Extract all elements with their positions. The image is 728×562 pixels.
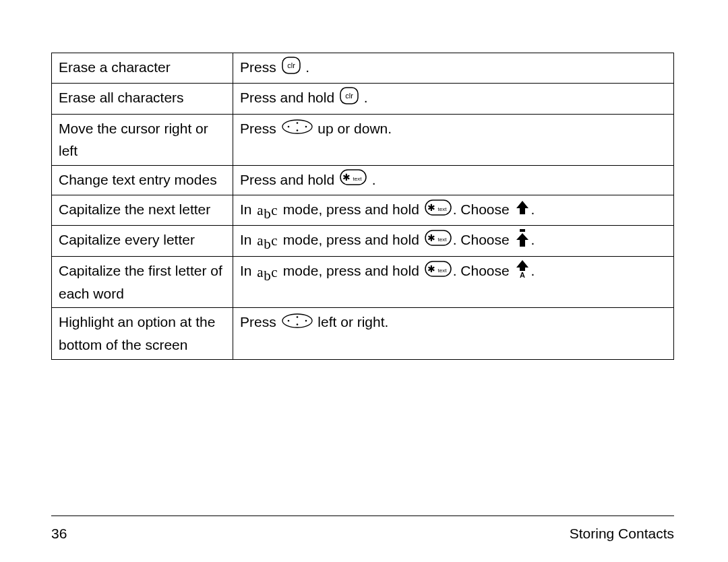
abc-icon: abc: [257, 199, 278, 222]
page-number: 36: [51, 526, 67, 542]
instruction-label: Capitalize every letter: [52, 225, 233, 257]
svg-text:text: text: [437, 268, 447, 274]
instruction-action: Press and hold clr .: [233, 84, 674, 114]
dpad-icon: [282, 118, 313, 141]
svg-point-5: [287, 126, 289, 128]
instruction-action: In abc mode, press and hold ✱text. Choos…: [233, 225, 674, 257]
svg-point-8: [296, 129, 298, 131]
svg-text:text: text: [437, 237, 447, 243]
svg-text:A: A: [520, 271, 525, 278]
svg-text:text: text: [353, 176, 362, 182]
svg-text:clr: clr: [345, 92, 353, 100]
svg-point-27: [296, 323, 298, 325]
footer-separator: [51, 516, 674, 516]
instruction-label: Capitalize the first letter of each word: [52, 257, 233, 308]
shift-up-icon: [515, 199, 530, 222]
instruction-label: Highlight an option at the bottom of the…: [52, 308, 233, 359]
instruction-action: Press clr .: [233, 53, 674, 84]
instruction-label: Erase a character: [52, 53, 233, 84]
instruction-table: Erase a characterPress clr .Erase all ch…: [51, 53, 674, 360]
instruction-action: In abc mode, press and hold ✱text. Choos…: [233, 195, 674, 225]
instruction-label: Move the cursor right or left: [52, 114, 233, 165]
table-row: Capitalize every letterIn abc mode, pres…: [52, 225, 674, 257]
page: Erase a characterPress clr .Erase all ch…: [0, 0, 728, 562]
svg-text:text: text: [437, 206, 447, 212]
svg-text:✱: ✱: [427, 232, 435, 243]
svg-point-24: [287, 320, 289, 322]
table-row: Erase a characterPress clr .: [52, 53, 674, 84]
instruction-label: Erase all characters: [52, 84, 233, 114]
table-row: Capitalize the next letterIn abc mode, p…: [52, 195, 674, 225]
footer: 36 Storing Contacts: [51, 526, 674, 542]
svg-point-25: [305, 320, 307, 322]
abc-icon: abc: [257, 229, 278, 253]
clr-icon: clr: [282, 57, 301, 81]
abc-icon: abc: [257, 261, 278, 284]
table-row: Highlight an option at the bottom of the…: [52, 308, 674, 359]
table-row: Erase all charactersPress and hold clr .: [52, 84, 674, 114]
instruction-action: Press left or right.: [233, 308, 674, 359]
svg-text:✱: ✱: [342, 172, 351, 183]
svg-rect-18: [520, 229, 525, 232]
svg-point-26: [296, 316, 298, 318]
clr-icon: clr: [340, 87, 359, 111]
svg-point-4: [282, 120, 312, 133]
table-row: Capitalize the first letter of each word…: [52, 257, 674, 308]
section-title: Storing Contacts: [570, 526, 674, 542]
svg-point-23: [282, 314, 312, 327]
instruction-action: In abc mode, press and hold ✱text. Choos…: [233, 257, 674, 308]
dpad-icon: [282, 312, 313, 335]
instruction-label: Capitalize the next letter: [52, 195, 233, 225]
instruction-action: Press and hold ✱text .: [233, 165, 674, 195]
instruction-action: Press up or down.: [233, 114, 674, 165]
svg-point-6: [305, 126, 307, 128]
table-row: Move the cursor right or leftPress up or…: [52, 114, 674, 165]
shift-lock-icon: [515, 228, 530, 254]
svg-text:✱: ✱: [427, 263, 435, 274]
star-text-icon: ✱text: [425, 261, 452, 284]
svg-text:✱: ✱: [427, 202, 435, 213]
svg-point-7: [296, 122, 298, 124]
shift-a-icon: A: [515, 259, 530, 285]
star-text-icon: ✱text: [425, 199, 452, 222]
svg-text:clr: clr: [287, 61, 295, 69]
instruction-label: Change text entry modes: [52, 165, 233, 195]
table-row: Change text entry modesPress and hold ✱t…: [52, 165, 674, 195]
star-text-icon: ✱text: [340, 169, 367, 192]
star-text-icon: ✱text: [425, 230, 452, 253]
